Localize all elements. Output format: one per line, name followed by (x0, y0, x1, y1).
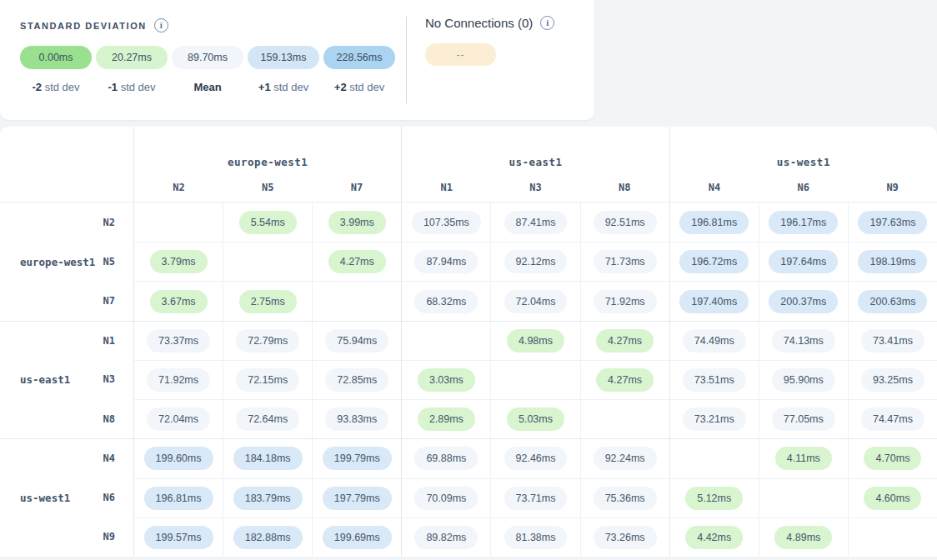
matrix-cell: 72.04ms (133, 399, 223, 438)
latency-pill: 72.64ms (236, 408, 299, 431)
matrix-row-N3: us-east1N371.92ms72.15ms72.85ms3.03ms4.2… (0, 360, 937, 399)
matrix-cell: 73.26ms (580, 518, 669, 557)
row-header: us-east1N3 (0, 360, 133, 399)
matrix-cell: 3.99ms (312, 202, 401, 242)
matrix-cell: 95.90ms (759, 360, 848, 399)
matrix-cell: 3.79ms (133, 242, 223, 281)
matrix-cell: 198.19ms (848, 242, 937, 281)
latency-pill: 71.73ms (594, 250, 657, 273)
matrix-cell: 71.73ms (580, 242, 669, 281)
matrix-cell: 87.94ms (401, 242, 490, 281)
row-header: N7 (0, 281, 133, 320)
latency-pill: 75.94ms (325, 329, 388, 352)
row-node-label: N8 (103, 413, 115, 425)
matrix-cell (580, 399, 669, 438)
column-node-label: N5 (223, 182, 313, 193)
latency-pill: 93.83ms (325, 408, 388, 431)
column-node-label: N8 (580, 182, 669, 193)
column-node-label: N3 (491, 182, 580, 193)
latency-pill: 4.27ms (328, 250, 386, 273)
matrix-cell (490, 360, 579, 399)
matrix-cell: 4.11ms (759, 438, 848, 478)
latency-pill: 184.18ms (233, 447, 303, 470)
matrix-cell: 4.60ms (848, 478, 937, 518)
scale-chip-label: +2 std dev (323, 81, 395, 93)
latency-pill: 68.32ms (414, 290, 478, 313)
latency-pill: 4.42ms (685, 526, 743, 549)
matrix-cell (848, 518, 937, 557)
matrix-cell: 5.03ms (490, 399, 579, 438)
matrix-cell: 200.63ms (848, 281, 937, 320)
matrix-row-N1: N173.37ms72.79ms75.94ms4.98ms4.27ms74.49… (0, 321, 937, 360)
latency-pill: 183.79ms (233, 487, 303, 510)
scale-chip-label: Mean (172, 81, 243, 93)
column-node-label: N6 (759, 182, 848, 193)
latency-pill: 73.51ms (683, 368, 746, 392)
matrix-cell: 197.79ms (312, 478, 401, 518)
latency-pill: 74.13ms (772, 329, 835, 352)
matrix-cell: 184.18ms (223, 438, 312, 478)
row-header: us-west1N6 (0, 478, 133, 518)
matrix-cell: 72.64ms (223, 399, 312, 438)
matrix-cell: 93.83ms (312, 399, 401, 438)
matrix-cell: 74.49ms (669, 321, 759, 360)
latency-pill: 92.51ms (594, 211, 657, 234)
row-node-label: N6 (103, 492, 115, 503)
info-icon[interactable]: i (154, 18, 168, 32)
latency-pill: 182.88ms (233, 526, 303, 549)
latency-pill: 87.41ms (504, 211, 568, 234)
latency-pill: 87.94ms (414, 250, 478, 273)
latency-pill: 92.46ms (504, 447, 568, 470)
matrix-cell: 4.27ms (580, 360, 669, 399)
row-header: europe-west1N5 (0, 242, 133, 281)
matrix-cell: 74.13ms (759, 321, 848, 360)
scale-chip: 228.56ms (323, 46, 395, 69)
row-header: N1 (0, 321, 133, 360)
latency-pill: 199.79ms (323, 447, 392, 470)
info-icon[interactable]: i (540, 16, 554, 30)
matrix-cell: 107.35ms (401, 202, 490, 242)
latency-pill: 72.04ms (147, 408, 210, 431)
column-node-label: N1 (402, 182, 491, 193)
scale-chip-label: -2 std dev (20, 81, 92, 93)
row-node-label: N9 (103, 531, 115, 542)
latency-pill: 5.03ms (507, 408, 564, 431)
latency-pill: 4.89ms (774, 526, 832, 549)
legend-card: STANDARD DEVIATION i 0.00ms20.27ms89.70m… (0, 0, 594, 120)
latency-pill: 73.37ms (147, 329, 210, 352)
latency-pill: 3.67ms (150, 290, 208, 313)
latency-pill: 72.15ms (236, 368, 299, 392)
matrix-cell: 71.92ms (133, 360, 223, 399)
latency-pill: 200.63ms (858, 290, 927, 313)
row-node-label: N5 (103, 256, 115, 268)
matrix-cell: 72.04ms (490, 281, 579, 320)
matrix-body: N25.54ms3.99ms107.35ms87.41ms92.51ms196.… (0, 202, 937, 557)
matrix-cell: 75.94ms (312, 321, 401, 360)
latency-pill: 70.09ms (414, 487, 478, 510)
latency-pill: 199.60ms (144, 447, 213, 470)
row-header: N4 (0, 438, 133, 478)
latency-pill: 196.17ms (769, 211, 838, 234)
column-group-us-west1: us-west1N4N6N9 (669, 127, 937, 202)
latency-pill: 196.72ms (679, 250, 749, 273)
latency-pill: 197.63ms (858, 211, 927, 234)
latency-pill: 3.79ms (150, 250, 208, 273)
matrix-cell: 75.36ms (580, 478, 669, 518)
matrix-cell: 72.15ms (223, 360, 312, 399)
latency-pill: 74.47ms (861, 408, 924, 431)
std-deviation-section: STANDARD DEVIATION i 0.00ms20.27ms89.70m… (0, 0, 406, 120)
matrix-cell: 93.25ms (848, 360, 937, 399)
matrix-cell: 5.54ms (223, 202, 312, 242)
column-group-us-east1: us-east1N1N3N8 (401, 127, 669, 202)
latency-pill: 73.21ms (683, 408, 746, 431)
matrix-cell: 196.81ms (669, 202, 759, 242)
matrix-cell: 5.12ms (669, 478, 759, 518)
no-connections-section: No Connections (0) i -- (407, 0, 554, 120)
matrix-cell: 197.63ms (848, 202, 937, 242)
column-node-label: N9 (848, 182, 937, 193)
column-region-label: us-east1 (402, 156, 669, 168)
matrix-cell: 4.70ms (848, 438, 937, 478)
latency-pill: 197.79ms (323, 487, 392, 510)
row-node-label: N2 (103, 217, 115, 228)
latency-pill: 69.88ms (414, 447, 478, 470)
